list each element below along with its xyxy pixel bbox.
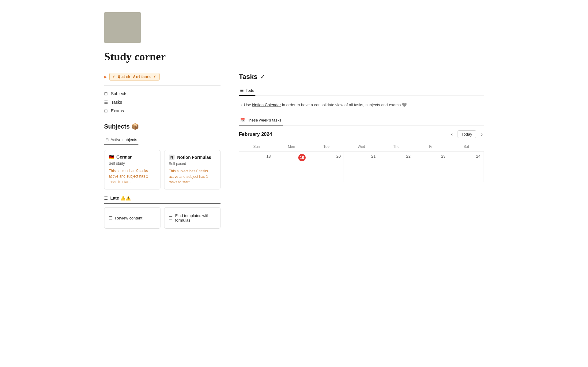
cal-header-wed: Wed (344, 142, 379, 152)
right-panel: Tasks ✓ ☰ Todo → Use Notion Calendar in … (239, 73, 484, 182)
late-card-templates-content: ☰ Find templates with formulas (169, 213, 216, 223)
cal-header-fri: Fri (414, 142, 449, 152)
cal-day-23[interactable]: 23 (414, 151, 449, 182)
tab-active-subjects[interactable]: ⊞ Active subjects (104, 135, 138, 145)
cal-header-sat: Sat (449, 142, 484, 152)
nav-item-exams-label: Exams (111, 108, 124, 113)
german-card-name: German (116, 155, 133, 159)
calendar-week-row: 18 19 20 21 22 23 24 (239, 151, 484, 182)
subject-card-german-header: 🇩🇪 German (109, 155, 156, 159)
tab-todo[interactable]: ☰ Todo (239, 86, 255, 96)
nav-divider (104, 120, 221, 120)
nav-item-subjects-label: Subjects (111, 91, 127, 96)
quick-actions-toggle[interactable]: ▶ ⚡ Quick Actions ⚡ (104, 73, 221, 81)
cover-image (104, 12, 141, 43)
tasks-header: Tasks ✓ (239, 73, 484, 81)
calendar-header: February 2024 ‹ Today › (239, 130, 484, 138)
tasks-tab-bar: ☰ Todo (239, 86, 484, 96)
notion-card-type: Self paced (169, 162, 216, 166)
cal-day-19[interactable]: 19 (274, 151, 309, 182)
day-num-24: 24 (476, 154, 481, 159)
left-panel: ▶ ⚡ Quick Actions ⚡ ⊞ Subjects ☰ Tasks ⊞… (104, 73, 221, 229)
nav-item-subjects[interactable]: ⊞ Subjects (104, 89, 221, 98)
cal-day-20[interactable]: 20 (309, 151, 344, 182)
cal-day-21[interactable]: 21 (344, 151, 379, 182)
day-num-22: 22 (406, 154, 410, 159)
calendar-today-button[interactable]: Today (458, 130, 476, 138)
day-num-21: 21 (371, 154, 375, 159)
todo-tab-icon: ☰ (240, 88, 244, 93)
todo-tab-label: Todo (246, 88, 254, 93)
cal-header-thu: Thu (379, 142, 414, 152)
cal-day-24[interactable]: 24 (449, 151, 484, 182)
active-subjects-tab-icon: ⊞ (105, 137, 109, 142)
calendar-thead: Sun Mon Tue Wed Thu Fri Sat (239, 142, 484, 152)
late-heading-label: Late ⚠️⚠️ (110, 196, 131, 200)
calendar-table: Sun Mon Tue Wed Thu Fri Sat 18 19 20 21 (239, 142, 484, 182)
tasks-nav-icon: ☰ (104, 100, 108, 105)
german-flag-icon: 🇩🇪 (109, 155, 114, 159)
day-num-23: 23 (441, 154, 445, 159)
calendar-tab-icon: 📅 (240, 118, 245, 122)
subjects-tab-bar: ⊞ Active subjects (104, 135, 221, 145)
calendar-nav: ‹ Today › (450, 130, 484, 138)
nav-item-tasks-label: Tasks (111, 100, 122, 105)
calendar-note: → Use Notion Calendar in order to have a… (239, 102, 484, 108)
late-card-review[interactable]: ☰ Review content (104, 207, 160, 229)
active-subjects-tab-label: Active subjects (111, 137, 137, 142)
page-title: Study corner (104, 50, 484, 63)
nav-item-exams[interactable]: ⊞ Exams (104, 107, 221, 115)
day-num-20: 20 (336, 154, 341, 159)
late-section-heading: ☰ Late ⚠️⚠️ (104, 196, 221, 204)
subject-card-german[interactable]: 🇩🇪 German Self study This subject has 0 … (104, 150, 160, 189)
subjects-nav-icon: ⊞ (104, 91, 108, 96)
day-num-19: 19 (298, 154, 306, 161)
this-weeks-tab-bar: 📅 These week's tasks (239, 115, 484, 125)
calendar-tbody: 18 19 20 21 22 23 24 (239, 151, 484, 182)
this-weeks-tab-label: These week's tasks (247, 118, 281, 122)
german-card-type: Self study (109, 161, 156, 166)
notion-card-name: Notion Formulas (177, 155, 211, 160)
calendar-next-button[interactable]: › (480, 130, 484, 138)
cal-header-tue: Tue (309, 142, 344, 152)
cal-day-22[interactable]: 22 (379, 151, 414, 182)
nav-item-tasks[interactable]: ☰ Tasks (104, 98, 221, 107)
notion-card-icon: N (169, 155, 175, 160)
tasks-title: Tasks (239, 73, 258, 81)
quick-actions-badge: ⚡ Quick Actions ⚡ (109, 73, 160, 81)
toggle-arrow-icon: ▶ (104, 75, 107, 79)
german-card-status: This subject has 0 tasks active and subj… (109, 168, 156, 185)
nav-section: ⊞ Subjects ☰ Tasks ⊞ Exams (104, 85, 221, 115)
late-card-review-content: ☰ Review content (109, 215, 142, 220)
late-cards-grid: ☰ Review content ☰ Find templates with f… (104, 207, 221, 229)
cal-header-sun: Sun (239, 142, 274, 152)
subject-cards-grid: 🇩🇪 German Self study This subject has 0 … (104, 150, 221, 189)
tab-this-weeks-tasks[interactable]: 📅 These week's tasks (239, 115, 283, 125)
subject-card-notion-header: N Notion Formulas (169, 155, 216, 160)
tasks-check-icon: ✓ (260, 73, 265, 81)
cal-day-18[interactable]: 18 (239, 151, 274, 182)
calendar-month-label: February 2024 (239, 132, 272, 137)
subject-card-notion[interactable]: N Notion Formulas Self paced This subjec… (164, 150, 221, 189)
find-templates-label: Find templates with formulas (175, 213, 216, 223)
subjects-heading: Subjects 📦 (104, 123, 221, 130)
calendar-day-headers: Sun Mon Tue Wed Thu Fri Sat (239, 142, 484, 152)
notion-card-status: This subject has 0 tasks active and subj… (169, 168, 216, 185)
day-num-18: 18 (266, 154, 271, 159)
calendar-prev-button[interactable]: ‹ (450, 130, 454, 138)
late-card-templates[interactable]: ☰ Find templates with formulas (164, 207, 221, 229)
cal-header-mon: Mon (274, 142, 309, 152)
exams-nav-icon: ⊞ (104, 108, 108, 113)
review-content-label: Review content (115, 216, 142, 220)
late-list-icon: ☰ (104, 196, 108, 200)
find-templates-icon: ☰ (169, 215, 173, 220)
notion-calendar-link[interactable]: Notion Calendar (252, 103, 281, 107)
review-content-icon: ☰ (109, 215, 113, 220)
